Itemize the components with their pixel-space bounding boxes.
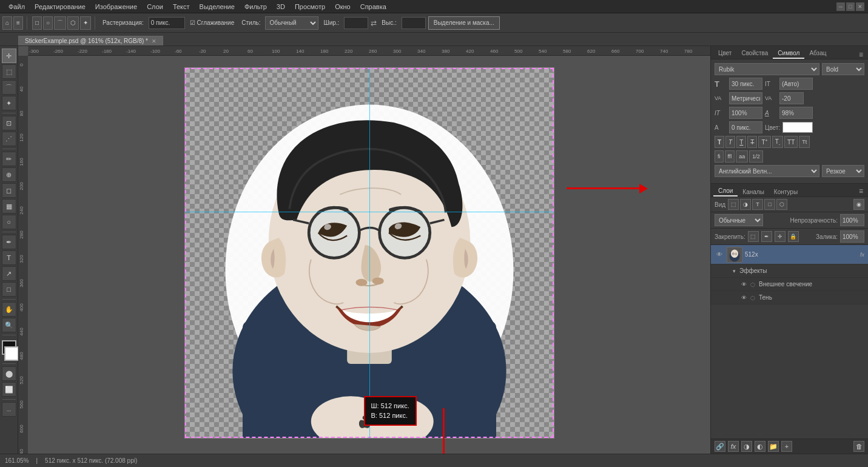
blend-mode-select[interactable]: Обычные Растворение Умножение — [715, 214, 763, 226]
menu-item-filter[interactable]: Фильтр — [240, 2, 272, 12]
layer-group-button[interactable]: 📁 — [768, 441, 779, 452]
layer-delete-button[interactable]: 🗑 — [853, 441, 864, 452]
menu-item-3d[interactable]: 3D — [272, 2, 290, 12]
canvas-scroll[interactable]: Ш: 512 пикс. В: 512 пикс. — [28, 56, 710, 454]
menu-item-text[interactable]: Текст — [168, 2, 195, 12]
tool-magic-wand[interactable]: ✦ — [2, 96, 16, 110]
menu-item-layers[interactable]: Слои — [142, 2, 168, 12]
baseline-input[interactable] — [729, 121, 762, 133]
menu-item-edit[interactable]: Редактирование — [30, 2, 90, 12]
tool-clone[interactable]: ⊕ — [2, 167, 16, 182]
tool-text[interactable]: T — [2, 250, 16, 265]
layer-link-button[interactable]: 🔗 — [715, 441, 725, 452]
toolbar-poly-button[interactable]: ⬡ — [67, 16, 79, 30]
panel-menu-icon[interactable]: ≡ — [856, 50, 866, 59]
tool-brush[interactable]: ✏ — [2, 152, 16, 166]
filter-shape-icon[interactable]: □ — [764, 199, 775, 210]
tool-hand[interactable]: ✋ — [2, 302, 16, 317]
tool-pen[interactable]: ✒ — [2, 235, 16, 249]
drop-shadow-vis-icon[interactable]: 👁 — [741, 295, 747, 301]
layer-mask-button[interactable]: ◑ — [741, 441, 752, 452]
tab-layers[interactable]: Слои — [713, 186, 738, 197]
text-strikethrough-button[interactable]: T — [747, 136, 757, 148]
filter-smart-icon[interactable]: ⬡ — [776, 199, 787, 210]
leading-input[interactable] — [779, 78, 813, 90]
menu-item-window[interactable]: Окно — [330, 2, 355, 12]
lock-artboard-icon[interactable]: ✛ — [775, 231, 786, 242]
tool-path[interactable]: ↗ — [2, 266, 16, 281]
maximize-button[interactable]: □ — [846, 2, 855, 11]
document-tab-close[interactable]: ✕ — [152, 38, 156, 44]
tracking-input[interactable] — [779, 92, 804, 104]
layer-new-button[interactable]: + — [781, 441, 792, 452]
outer-glow-vis-icon[interactable]: 👁 — [741, 281, 747, 287]
minimize-button[interactable]: ─ — [836, 2, 845, 11]
tool-crop[interactable]: ⊡ — [2, 116, 16, 130]
opacity-input[interactable] — [840, 214, 864, 226]
text-superscript-button[interactable]: T+ — [758, 136, 770, 148]
tool-select[interactable]: ⬚ — [2, 64, 16, 79]
kerning-input[interactable] — [729, 92, 762, 104]
font-size-input[interactable] — [729, 78, 762, 90]
toolbar-rect-button[interactable]: □ — [32, 16, 42, 30]
layer-adjustment-button[interactable]: ◐ — [755, 441, 765, 452]
tool-zoom[interactable]: 🔍 — [2, 318, 16, 332]
horiz-scale-input[interactable] — [779, 107, 813, 119]
menu-item-image[interactable]: Изображение — [90, 2, 142, 12]
toolbar-lasso-button[interactable]: ⌒ — [54, 16, 66, 30]
tool-move[interactable]: ✛ — [2, 49, 16, 63]
tool-eraser[interactable]: ◻ — [2, 183, 16, 198]
antialiasing-select[interactable]: Резкое Четкое Сглаженное — [822, 165, 864, 177]
layer-outer-glow[interactable]: 👁 ◌ Внешнее свечение — [711, 278, 868, 291]
document-tab[interactable]: StickerExample.psd @ 161% (512x, RGB/8) … — [18, 36, 163, 45]
tool-screen-mode[interactable]: ⬜ — [2, 382, 16, 397]
text-fi-button[interactable]: fi — [715, 150, 724, 163]
tool-eyedropper[interactable]: ⋰ — [2, 132, 16, 146]
layer-drop-shadow[interactable]: 👁 ◌ Тень — [711, 291, 868, 304]
filter-pixel-icon[interactable]: ⬚ — [728, 199, 739, 210]
layer-list[interactable]: 👁 512x fx — [711, 245, 868, 438]
menu-item-view[interactable]: Просмотр — [290, 2, 330, 12]
filter-type-icon[interactable]: T — [752, 199, 763, 210]
tab-properties[interactable]: Свойства — [736, 49, 773, 59]
tab-symbol[interactable]: Символ — [773, 49, 804, 59]
tool-lasso[interactable]: ⌒ — [2, 80, 16, 95]
layer-visibility-toggle[interactable]: 👁 — [715, 250, 724, 260]
menu-item-select[interactable]: Выделение — [195, 2, 240, 12]
tool-gradient[interactable]: ▦ — [2, 199, 16, 213]
tool-quick-mask[interactable]: ⬤ — [2, 366, 16, 381]
swap-icon[interactable]: ⇄ — [371, 19, 377, 27]
text-underline-button[interactable]: T — [736, 136, 746, 148]
menu-item-help[interactable]: Справка — [355, 2, 391, 12]
width-input[interactable] — [344, 17, 368, 29]
text-smallcaps-button[interactable]: Tt — [799, 136, 810, 148]
tool-shape[interactable]: □ — [2, 282, 16, 297]
lock-position-icon[interactable]: ✒ — [761, 231, 772, 242]
toolbar-home-button[interactable]: ⌂ — [2, 16, 12, 30]
tab-channels[interactable]: Каналы — [738, 187, 769, 197]
layer-effects-header[interactable]: ▾ Эффекты — [711, 264, 868, 278]
height-input[interactable] — [402, 17, 426, 29]
tab-paths[interactable]: Контуры — [769, 187, 802, 197]
toolbar-magic-button[interactable]: ✦ — [80, 16, 91, 30]
layers-filter-toggle[interactable]: ◉ — [853, 199, 864, 210]
fill-input[interactable] — [840, 230, 864, 243]
close-button[interactable]: ✕ — [856, 2, 864, 11]
vert-scale-input[interactable] — [729, 107, 762, 119]
filter-adjust-icon[interactable]: ◑ — [740, 199, 751, 210]
tool-extra[interactable]: ... — [2, 402, 16, 417]
selection-mask-button[interactable]: Выделение и маска... — [428, 16, 500, 30]
rasterize-input[interactable] — [149, 17, 185, 29]
toolbar-options-button[interactable]: ≡ — [13, 16, 23, 30]
text-ordinal-button[interactable]: 1/2 — [749, 150, 763, 163]
font-family-select[interactable]: Rubik Arial Helvetica — [715, 63, 819, 75]
style-select[interactable]: Обычный Фикс. соотн. Фикс. размер — [265, 16, 318, 30]
text-bold-button[interactable]: T — [715, 136, 724, 148]
tool-background-color[interactable] — [4, 346, 19, 361]
lock-pixels-icon[interactable]: ⬚ — [748, 231, 759, 242]
text-subscript-button[interactable]: T- — [772, 136, 783, 148]
toolbar-ellipse-button[interactable]: ○ — [43, 16, 53, 30]
text-italic-button[interactable]: T — [725, 136, 735, 148]
layer-fx-button[interactable]: fx — [728, 441, 739, 452]
lock-all-icon[interactable]: 🔒 — [788, 231, 799, 242]
